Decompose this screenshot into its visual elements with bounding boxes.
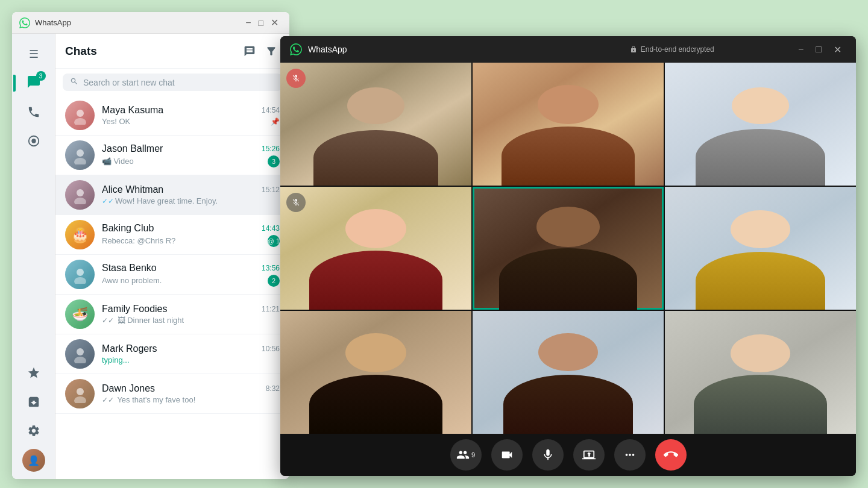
sidebar-item-status[interactable]	[20, 128, 47, 154]
search-bar-inner	[63, 74, 282, 91]
chat-list: Maya Kasuma 14:54 Yes! OK 📌	[55, 96, 289, 479]
avatar	[65, 101, 95, 130]
sidebar-item-menu[interactable]: ☰	[20, 41, 47, 67]
sidebar-item-chats[interactable]: 3	[20, 70, 47, 96]
video-button[interactable]	[491, 439, 523, 471]
avatar	[65, 180, 95, 210]
chat-info: Family Foodies 11:21 ✓✓ 🖼 Dinner last ni…	[102, 304, 280, 325]
mic-button[interactable]	[532, 439, 564, 471]
video-cell-7	[280, 311, 471, 434]
video-cell-2	[473, 63, 664, 186]
avatar	[65, 140, 95, 170]
sidebar-item-archived[interactable]	[20, 389, 47, 415]
chat-time: 15:12	[262, 186, 280, 194]
avatar: 🍜	[65, 299, 95, 329]
search-icon	[70, 77, 78, 87]
video-cell-3	[665, 63, 856, 186]
sidebar-item-calls[interactable]	[20, 99, 47, 125]
more-options-button[interactable]	[614, 439, 646, 471]
svg-point-4	[77, 149, 84, 157]
svg-point-2	[77, 110, 84, 117]
chats-title: Chats	[65, 45, 241, 58]
chat-name: Baking Club	[102, 223, 154, 234]
chat-preview: ✓✓ 🖼 Dinner last night	[102, 316, 280, 325]
call-minimize-button[interactable]: −	[793, 42, 808, 58]
video-cell-5	[473, 187, 664, 310]
chat-info: Alice Whitman 15:12 ✓✓Wow! Have great ti…	[102, 184, 280, 205]
chats-panel: Chats	[55, 34, 289, 479]
participants-count: 9	[471, 451, 475, 458]
video-cell-8	[473, 311, 664, 434]
call-maximize-button[interactable]: □	[811, 42, 826, 58]
video-cell-1	[280, 63, 471, 186]
chat-info: Baking Club 14:43 Rebecca: @Chris R? @ 1	[102, 223, 280, 247]
list-item[interactable]: 🍜 Family Foodies 11:21 ✓✓ 🖼 Dinner last …	[55, 295, 289, 334]
chat-preview: 📹 Video	[102, 157, 265, 166]
call-controls: 9	[280, 434, 856, 476]
sidebar-item-starred[interactable]	[20, 360, 47, 386]
chat-time: 10:56	[262, 345, 280, 353]
muted-icon-4	[286, 193, 306, 212]
svg-point-8	[77, 269, 84, 276]
chat-info: Stasa Benko 13:56 Aww no problem. 2	[102, 263, 280, 287]
call-window-logo-icon	[290, 43, 302, 55]
svg-point-11	[74, 357, 86, 363]
chat-preview: Yes! OK	[102, 117, 271, 126]
chat-preview: ✓✓ Yes that's my fave too!	[102, 395, 280, 404]
chat-name: Alice Whitman	[102, 184, 163, 195]
list-item[interactable]: Jason Ballmer 15:26 📹 Video 3	[55, 136, 289, 175]
participants-control: 9	[450, 439, 482, 471]
list-item[interactable]: 🎂 Baking Club 14:43 Rebecca: @Chris R? @…	[55, 215, 289, 255]
video-cell-9	[665, 311, 856, 434]
chat-name: Maya Kasuma	[102, 105, 163, 116]
unread-badge: 3	[268, 155, 280, 167]
chat-time: 14:54	[262, 106, 280, 114]
chat-preview: ✓✓Wow! Have great time. Enjoy.	[102, 196, 280, 205]
encryption-label: End-to-end endcrypted	[641, 45, 714, 54]
avatar	[65, 379, 95, 408]
svg-point-12	[77, 388, 84, 395]
sidebar: ☰ 3	[12, 34, 55, 479]
list-item[interactable]: Maya Kasuma 14:54 Yes! OK 📌	[55, 96, 289, 136]
avatar	[65, 339, 95, 369]
main-window-title: WhatsApp	[35, 18, 242, 27]
list-item[interactable]: Dawn Jones 8:32 ✓✓ Yes that's my fave to…	[55, 374, 289, 414]
minimize-button[interactable]: −	[242, 16, 254, 30]
list-item[interactable]: Alice Whitman 15:12 ✓✓Wow! Have great ti…	[55, 175, 289, 215]
svg-point-13	[74, 396, 86, 403]
sidebar-item-settings[interactable]	[20, 418, 47, 444]
chat-time: 15:26	[262, 145, 280, 153]
main-window: WhatsApp − □ ✕ ☰ 3	[12, 12, 289, 479]
participants-button[interactable]: 9	[450, 439, 482, 471]
svg-point-5	[74, 158, 86, 164]
maximize-button[interactable]: □	[255, 17, 267, 29]
chat-time: 11:21	[262, 305, 280, 313]
new-chat-button[interactable]	[241, 43, 258, 60]
close-button[interactable]: ✕	[267, 16, 282, 30]
list-item[interactable]: Mark Rogers 10:56 typing...	[55, 334, 289, 374]
user-avatar[interactable]: 👤	[22, 449, 45, 472]
filter-button[interactable]	[263, 43, 280, 60]
svg-point-10	[77, 348, 84, 355]
muted-icon-1	[286, 69, 306, 88]
chats-unread-badge: 3	[36, 71, 46, 81]
video-cell-6	[665, 187, 856, 310]
chat-name: Stasa Benko	[102, 263, 157, 274]
encryption-indicator: End-to-end endcrypted	[551, 45, 794, 54]
end-call-button[interactable]	[655, 439, 687, 471]
list-item[interactable]: Stasa Benko 13:56 Aww no problem. 2	[55, 255, 289, 295]
chat-name: Family Foodies	[102, 304, 167, 314]
call-close-button[interactable]: ✕	[829, 42, 846, 58]
avatar: 🎂	[65, 220, 95, 249]
call-title-controls: − □ ✕	[793, 42, 846, 58]
call-window: WhatsApp End-to-end endcrypted − □ ✕	[280, 36, 856, 476]
search-input[interactable]	[83, 78, 275, 87]
svg-point-9	[74, 277, 86, 284]
svg-point-3	[74, 118, 86, 125]
screen-share-button[interactable]	[573, 439, 605, 471]
call-title-bar: WhatsApp End-to-end endcrypted − □ ✕	[280, 36, 856, 63]
app-layout: ☰ 3	[12, 34, 289, 479]
chat-info: Mark Rogers 10:56 typing...	[102, 343, 280, 364]
pin-icon: 📌	[271, 117, 280, 126]
chats-header-icons	[241, 43, 280, 60]
